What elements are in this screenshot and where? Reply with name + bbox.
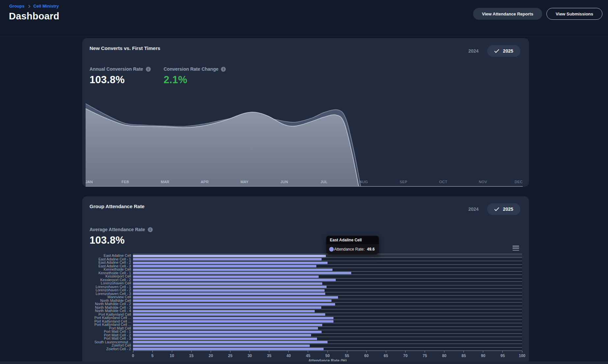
area-chart-plot[interactable]: JANFEBMARAPRMAYJUNJULAUGSEPOCTNOVDEC: [82, 38, 529, 187]
page-bottom-strip: [0, 361, 608, 364]
bar-row[interactable]: [133, 257, 522, 261]
bar-category-label: Port Matt Cell - 3: [82, 337, 131, 340]
bar-category-label: North Mathilde Cell - 2: [82, 302, 131, 306]
bar[interactable]: [133, 341, 328, 343]
bar-row[interactable]: [133, 285, 522, 289]
bar-row[interactable]: [133, 313, 522, 316]
bar[interactable]: [133, 306, 321, 309]
x-axis-tick-label: 15: [185, 353, 198, 358]
year-2024-option[interactable]: 2024: [468, 206, 479, 212]
bar[interactable]: [133, 296, 338, 299]
bar[interactable]: [133, 272, 351, 274]
check-icon: [494, 206, 499, 211]
bar-row[interactable]: [133, 306, 522, 309]
x-axis-tick-label: 75: [418, 353, 432, 358]
bar-row[interactable]: [133, 264, 522, 268]
bar[interactable]: [133, 331, 322, 333]
bar-row[interactable]: [133, 254, 522, 257]
info-icon[interactable]: i: [148, 227, 153, 232]
bar-row[interactable]: [133, 295, 522, 299]
bar[interactable]: [133, 279, 336, 281]
bar[interactable]: [133, 293, 325, 295]
breadcrumb-cell-ministry-link[interactable]: Cell Ministry: [33, 4, 59, 9]
x-axis-tick: [152, 351, 153, 352]
view-submissions-button[interactable]: View Submissions: [546, 8, 602, 20]
year-toggle: 2024 2025: [468, 203, 520, 215]
bar[interactable]: [133, 345, 310, 347]
bar-row[interactable]: [133, 271, 522, 275]
bar-category-label: Port Kaitlynland Cell ...: [82, 323, 131, 327]
bar-row[interactable]: [133, 292, 522, 296]
bar[interactable]: [133, 324, 322, 326]
breadcrumb: Groups Cell Ministry: [9, 4, 59, 9]
bar[interactable]: [133, 262, 328, 264]
month-label: SEP: [400, 180, 408, 184]
bar-row[interactable]: [133, 333, 522, 337]
bar-row[interactable]: [133, 320, 522, 323]
bar-row[interactable]: [133, 278, 522, 282]
bar[interactable]: [133, 327, 318, 329]
x-axis-tick-label: 95: [496, 353, 509, 358]
bar-row[interactable]: [133, 302, 522, 306]
bar[interactable]: [133, 282, 322, 285]
bar-row[interactable]: [133, 340, 522, 344]
bar[interactable]: [133, 320, 333, 323]
x-axis-tick: [328, 351, 328, 352]
x-axis-tick: [502, 351, 503, 352]
bar[interactable]: [133, 334, 311, 336]
bar[interactable]: [133, 255, 326, 257]
bar-row[interactable]: [133, 344, 522, 347]
bar[interactable]: [133, 276, 319, 278]
bar[interactable]: [133, 348, 324, 350]
bar-row[interactable]: [133, 261, 522, 264]
bar-row[interactable]: [133, 327, 522, 330]
bar-row[interactable]: [133, 275, 522, 278]
month-label: MAR: [161, 180, 169, 184]
bar[interactable]: [133, 338, 317, 340]
month-label: APR: [201, 180, 209, 184]
page-header: Groups Cell Ministry Dashboard View Atte…: [0, 0, 608, 36]
average-attendance-rate-stat: Average Attendance Rate i 103.8%: [90, 227, 153, 246]
bar[interactable]: [133, 265, 316, 267]
bar-row[interactable]: [133, 288, 522, 292]
bar[interactable]: [133, 313, 325, 316]
bar[interactable]: [133, 310, 315, 312]
header-actions: View Attendance Reports View Submissions: [473, 8, 602, 20]
bar[interactable]: [133, 269, 332, 271]
bar-row[interactable]: [133, 347, 522, 351]
bar[interactable]: [133, 317, 333, 319]
x-axis-tick-label: 0: [126, 353, 140, 358]
bar[interactable]: [133, 258, 322, 260]
bar-category-label: North Mathilde Cell - 4: [82, 309, 131, 313]
bar-row[interactable]: [133, 268, 522, 271]
bar-row[interactable]: [133, 309, 522, 313]
bar-category-label: Kennethside Cell: [82, 268, 131, 271]
x-axis-tick-label: 100: [515, 353, 529, 358]
tooltip-label: Attendance Rate:: [334, 247, 365, 252]
bar[interactable]: [133, 300, 331, 302]
tooltip-value: 49.6: [367, 247, 375, 252]
breadcrumb-groups-link[interactable]: Groups: [9, 4, 24, 9]
bar-row[interactable]: [133, 281, 522, 285]
x-axis-tick-label: 25: [224, 353, 237, 358]
bar-row[interactable]: [133, 330, 522, 333]
bar-row[interactable]: [133, 316, 522, 320]
bar-chart-plot[interactable]: [133, 254, 522, 351]
view-attendance-reports-button[interactable]: View Attendance Reports: [473, 8, 542, 20]
chart-context-menu-icon[interactable]: [513, 246, 519, 251]
bar-row[interactable]: [133, 299, 522, 303]
x-axis-tick-label: 85: [457, 353, 470, 358]
bar-category-label: East Adaline Cell: [82, 254, 131, 257]
bar-category-label: Port Matt Cell - 1: [82, 330, 131, 333]
bar[interactable]: [133, 289, 325, 292]
bar-row[interactable]: [133, 323, 522, 327]
x-axis-tick-label: 50: [321, 353, 334, 358]
year-2025-selected[interactable]: 2025: [487, 203, 520, 215]
bar-row[interactable]: [133, 337, 522, 340]
bar[interactable]: [133, 303, 335, 305]
bar-category-label: Kesslerport Cell: [82, 275, 131, 278]
stat-label-row: Average Attendance Rate i: [90, 227, 153, 232]
x-axis-tick-label: 5: [146, 353, 159, 358]
x-axis-tick: [425, 351, 425, 352]
bar[interactable]: [133, 286, 327, 288]
